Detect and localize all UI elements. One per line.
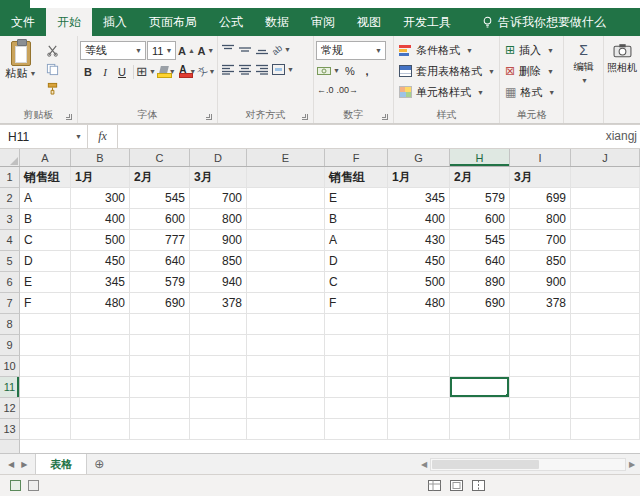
column-header-H[interactable]: H [450, 149, 510, 166]
cell-A2[interactable]: A [20, 188, 71, 209]
cell-J1[interactable] [571, 167, 640, 188]
cell-I13[interactable] [510, 419, 571, 440]
cell-E13[interactable] [247, 419, 325, 440]
row-header-13[interactable]: 13 [0, 419, 20, 440]
cell-D13[interactable] [190, 419, 247, 440]
cell-F8[interactable] [325, 314, 388, 335]
cell-D3[interactable]: 800 [190, 209, 247, 230]
cell-C11[interactable] [130, 377, 190, 398]
cell-G8[interactable] [388, 314, 450, 335]
number-dialog-launcher[interactable] [382, 114, 388, 120]
column-header-B[interactable]: B [71, 149, 130, 166]
cell-H9[interactable] [450, 335, 510, 356]
cell-I11[interactable] [510, 377, 571, 398]
row-header-7[interactable]: 7 [0, 293, 20, 314]
cell-E4[interactable] [247, 230, 325, 251]
cell-E2[interactable] [247, 188, 325, 209]
align-center-button[interactable] [237, 61, 253, 78]
column-header-E[interactable]: E [247, 149, 325, 166]
cell-C12[interactable] [130, 398, 190, 419]
cell-D10[interactable] [190, 356, 247, 377]
cell-E6[interactable] [247, 272, 325, 293]
align-bottom-button[interactable] [254, 41, 270, 58]
cell-D12[interactable] [190, 398, 247, 419]
cell-A5[interactable]: D [20, 251, 71, 272]
cell-F3[interactable]: B [325, 209, 388, 230]
copy-button[interactable] [40, 61, 64, 78]
orientation-button[interactable]: ab▼ [271, 41, 292, 58]
tab-formulas[interactable]: 公式 [208, 8, 254, 36]
cell-G6[interactable]: 500 [388, 272, 450, 293]
cell-H11[interactable] [450, 377, 510, 398]
cell-F6[interactable]: C [325, 272, 388, 293]
cell-I6[interactable]: 900 [510, 272, 571, 293]
cell-I3[interactable]: 800 [510, 209, 571, 230]
cell-I4[interactable]: 700 [510, 230, 571, 251]
cell-J8[interactable] [571, 314, 640, 335]
format-painter-button[interactable] [40, 80, 64, 97]
align-left-button[interactable] [220, 61, 236, 78]
cell-A13[interactable] [20, 419, 71, 440]
cell-H7[interactable]: 690 [450, 293, 510, 314]
cell-J10[interactable] [571, 356, 640, 377]
conditional-formatting-button[interactable]: 条件格式▼ [396, 40, 497, 60]
column-header-I[interactable]: I [510, 149, 571, 166]
cell-G9[interactable] [388, 335, 450, 356]
row-header-3[interactable]: 3 [0, 209, 20, 230]
cell-J7[interactable] [571, 293, 640, 314]
align-middle-button[interactable] [237, 41, 253, 58]
cell-B6[interactable]: 345 [71, 272, 130, 293]
cell-I8[interactable] [510, 314, 571, 335]
cell-E9[interactable] [247, 335, 325, 356]
cell-D8[interactable] [190, 314, 247, 335]
cell-J5[interactable] [571, 251, 640, 272]
cell-D4[interactable]: 900 [190, 230, 247, 251]
comma-style-button[interactable]: , [359, 62, 375, 79]
increase-decimal-button[interactable]: ←.0 [316, 81, 335, 98]
tab-page-layout[interactable]: 页面布局 [138, 8, 208, 36]
cell-B4[interactable]: 500 [71, 230, 130, 251]
format-cells-button[interactable]: ▦格式▼ [502, 82, 561, 102]
macro-record-icon[interactable] [28, 480, 39, 491]
cell-B5[interactable]: 450 [71, 251, 130, 272]
cell-C6[interactable]: 579 [130, 272, 190, 293]
cell-F1[interactable]: 销售组 [325, 167, 388, 188]
accounting-format-button[interactable]: ▼ [316, 62, 341, 79]
alignment-dialog-launcher[interactable] [302, 114, 308, 120]
format-as-table-button[interactable]: 套用表格格式▼ [396, 61, 497, 81]
cell-E11[interactable] [247, 377, 325, 398]
cell-F2[interactable]: E [325, 188, 388, 209]
cell-F7[interactable]: F [325, 293, 388, 314]
sheet-nav-left-icon[interactable]: ◀ [8, 460, 14, 469]
phonetic-guide-button[interactable]: 文▼ [198, 63, 215, 80]
cell-G11[interactable] [388, 377, 450, 398]
row-header-10[interactable]: 10 [0, 356, 20, 377]
cell-A7[interactable]: F [20, 293, 71, 314]
column-header-A[interactable]: A [20, 149, 71, 166]
cell-H13[interactable] [450, 419, 510, 440]
cell-H8[interactable] [450, 314, 510, 335]
cell-J3[interactable] [571, 209, 640, 230]
align-right-button[interactable] [254, 61, 270, 78]
cell-D2[interactable]: 700 [190, 188, 247, 209]
cell-J6[interactable] [571, 272, 640, 293]
cell-C8[interactable] [130, 314, 190, 335]
cell-E12[interactable] [247, 398, 325, 419]
name-box[interactable]: H11▼ [0, 125, 88, 148]
cell-I2[interactable]: 699 [510, 188, 571, 209]
insert-function-button[interactable]: fx [88, 125, 118, 148]
cell-B7[interactable]: 480 [71, 293, 130, 314]
column-header-D[interactable]: D [190, 149, 247, 166]
scrollbar-thumb[interactable] [432, 460, 539, 469]
cell-A4[interactable]: C [20, 230, 71, 251]
column-header-G[interactable]: G [388, 149, 450, 166]
cell-F10[interactable] [325, 356, 388, 377]
tell-me-box[interactable]: 告诉我你想要做什么 [482, 8, 606, 36]
cell-C13[interactable] [130, 419, 190, 440]
cell-H2[interactable]: 579 [450, 188, 510, 209]
cell-F4[interactable]: A [325, 230, 388, 251]
cell-B13[interactable] [71, 419, 130, 440]
cell-F9[interactable] [325, 335, 388, 356]
cell-G12[interactable] [388, 398, 450, 419]
fill-color-button[interactable]: ▼ [156, 63, 176, 80]
